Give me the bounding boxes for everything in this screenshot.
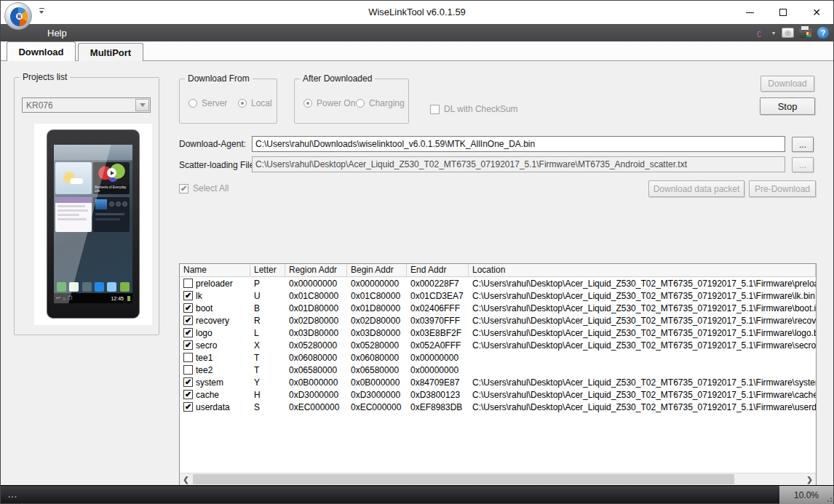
scroll-thumb[interactable]: [193, 474, 734, 484]
partition-name-cell: tee2: [180, 364, 250, 376]
partition-checkbox[interactable]: ✔: [183, 377, 193, 387]
dl-checksum-box[interactable]: [430, 105, 440, 114]
partition-location: C:\Users\rahul\Desktop\Acer_Liquid_Z530_…: [469, 289, 816, 302]
minimize-button[interactable]: [733, 1, 766, 24]
print-icon[interactable]: [799, 28, 812, 38]
partition-region-addr: 0x02D80000: [285, 314, 347, 327]
table-row[interactable]: ✔lkU0x01C800000x01C800000x01CD3EA7C:\Use…: [180, 289, 816, 302]
partition-letter: X: [250, 339, 285, 351]
video-caption: Moments of Everyday Life: [93, 185, 130, 194]
table-row[interactable]: ✔cacheH0xD30000000xD30000000xD3800123C:\…: [180, 388, 816, 401]
partition-checkbox[interactable]: ✔: [183, 340, 193, 350]
scatter-file-browse-button[interactable]: ...: [792, 157, 814, 172]
projects-combobox[interactable]: KR076: [22, 97, 151, 113]
select-all-box[interactable]: ✔: [179, 184, 188, 193]
radio-server-circle[interactable]: [188, 99, 197, 108]
phone-preview-image: Moments of Everyday Life: [34, 124, 152, 325]
table-row[interactable]: tee2T0x065800000x065800000x00000000: [180, 364, 816, 376]
partition-name: system: [196, 377, 223, 388]
partition-letter: T: [250, 364, 285, 376]
partition-checkbox[interactable]: [183, 365, 193, 375]
partition-checkbox[interactable]: [183, 279, 193, 288]
partition-name: tee2: [196, 365, 213, 375]
radio-server[interactable]: Server: [188, 98, 227, 108]
screen-capture-icon[interactable]: ◎: [782, 28, 794, 38]
partition-location: [469, 351, 816, 364]
partition-region-addr: 0x05280000: [285, 339, 347, 351]
download-from-group: Download From Server Local: [179, 79, 277, 124]
menu-bar: Help ʗ ▾ ◎ ?: [1, 24, 833, 41]
tablet-screen: Moments of Everyday Life: [54, 145, 132, 303]
radio-charging-circle[interactable]: [356, 99, 365, 108]
partition-checkbox[interactable]: ✔: [183, 291, 193, 300]
partition-checkbox[interactable]: ✔: [183, 390, 193, 399]
column-header-name[interactable]: Name: [180, 264, 250, 276]
partition-location: C:\Users\rahul\Desktop\Acer_Liquid_Z530_…: [469, 277, 816, 289]
table-row[interactable]: ✔systemY0x0B0000000x0B0000000x84709E87C:…: [180, 376, 816, 388]
table-row[interactable]: ✔logoL0x03D800000x03D800000x03E8BF2FC:\U…: [180, 327, 816, 339]
maximize-button[interactable]: [766, 1, 800, 24]
select-all-checkbox[interactable]: ✔ Select All: [179, 183, 229, 193]
radio-power-on-circle[interactable]: [303, 99, 312, 108]
help-icon[interactable]: ?: [817, 27, 829, 39]
checkbox-dl-checksum[interactable]: DL with CheckSum: [430, 104, 518, 114]
partition-checkbox[interactable]: ✔: [183, 303, 193, 313]
table-row[interactable]: ✔recoveryR0x02D800000x02D800000x03970FFF…: [180, 314, 816, 327]
pre-download-button[interactable]: Pre-Download: [749, 180, 816, 197]
radio-charging[interactable]: Charging: [356, 98, 405, 108]
news-widget: [55, 197, 92, 232]
close-button[interactable]: ✕: [800, 1, 833, 24]
table-row[interactable]: preloaderP0x000000000x000000000x000228F7…: [180, 277, 816, 289]
partition-letter: Y: [250, 376, 285, 388]
menu-item-help[interactable]: Help: [43, 27, 71, 39]
radio-local[interactable]: Local: [238, 98, 272, 108]
table-row[interactable]: ✔bootB0x01D800000x01D800000x02406FFFC:\U…: [180, 302, 816, 314]
chevron-down-icon[interactable]: ▾: [771, 26, 777, 39]
download-button[interactable]: Download: [760, 76, 814, 92]
combo-arrow-icon[interactable]: [135, 99, 149, 111]
app-dock: [54, 280, 132, 293]
column-header-region-addr[interactable]: Region Addr: [285, 264, 347, 276]
partition-name: lk: [196, 291, 202, 301]
horizontal-scrollbar[interactable]: ❮ ❯: [180, 473, 816, 485]
pause-icon: [116, 201, 121, 207]
table-row[interactable]: tee1T0x060800000x060800000x00000000: [180, 351, 816, 364]
partition-location: [469, 364, 816, 376]
phone-statusbar: [54, 145, 132, 161]
column-header-location[interactable]: Location: [469, 264, 816, 276]
partition-region-addr: 0xD3000000: [285, 388, 347, 401]
partition-name: preloader: [196, 279, 233, 289]
partition-begin-addr: 0x00000000: [347, 277, 407, 289]
download-agent-browse-button[interactable]: ...: [792, 137, 814, 152]
scroll-left-arrow-icon[interactable]: ❮: [180, 473, 192, 485]
tab-multiport[interactable]: MultiPort: [78, 43, 143, 61]
partition-checkbox[interactable]: [183, 353, 193, 362]
radio-local-circle[interactable]: [238, 99, 247, 108]
partition-checkbox[interactable]: ✔: [183, 402, 193, 412]
partition-end-addr: 0x052A0FFF: [407, 339, 469, 351]
partition-name-cell: ✔secro: [180, 339, 250, 351]
stop-button[interactable]: Stop: [760, 97, 815, 115]
partition-checkbox[interactable]: ✔: [183, 316, 193, 325]
scroll-right-arrow-icon[interactable]: ❯: [803, 473, 816, 485]
tab-download[interactable]: Download: [7, 41, 76, 61]
window-title: WiseLinkTool v6.0.1.59: [1, 7, 833, 17]
radio-power-on[interactable]: Power On: [303, 98, 355, 108]
partition-location: C:\Users\rahul\Desktop\Acer_Liquid_Z530_…: [469, 401, 816, 413]
table-row[interactable]: ✔secroX0x052800000x052800000x052A0FFFC:\…: [180, 339, 816, 351]
title-bar: B WiseLinkTool v6.0.1.59 ✕: [1, 1, 833, 24]
partition-letter: S: [250, 401, 285, 413]
partition-name-cell: ✔boot: [180, 302, 250, 314]
table-row[interactable]: ✔userdataS0xEC0000000xEC0000000xEF8983DB…: [180, 401, 816, 413]
scatter-file-input[interactable]: C:\Users\rahul\Desktop\Acer_Liquid_Z530_…: [252, 156, 785, 172]
partition-checkbox[interactable]: ✔: [183, 328, 193, 337]
resize-grip[interactable]: [825, 495, 833, 503]
download-agent-input[interactable]: C:\Users\rahul\Downloads\wiselinktool_v6…: [252, 136, 785, 152]
column-header-end-addr[interactable]: End Addr: [407, 264, 469, 276]
column-header-letter[interactable]: Letter: [250, 264, 285, 276]
download-data-packet-button[interactable]: Download data packet: [648, 180, 744, 197]
after-downloaded-group: After Downloaded Power On Charging: [294, 79, 409, 124]
partition-region-addr: 0x00000000: [285, 277, 347, 289]
theme-pen-icon[interactable]: ʗ: [752, 26, 766, 39]
column-header-begin-addr[interactable]: Begin Addr: [347, 264, 407, 276]
